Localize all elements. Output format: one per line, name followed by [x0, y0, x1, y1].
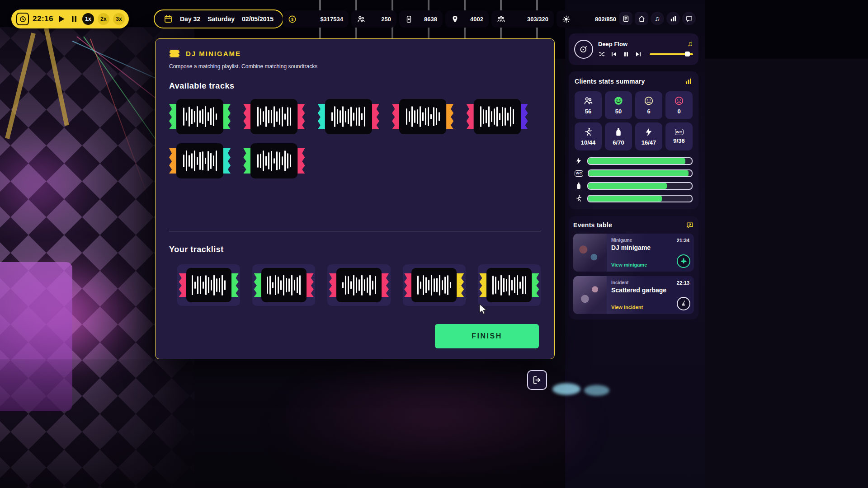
- runner-icon: [575, 194, 583, 202]
- event-row-minigame[interactable]: Minigame DJ minigame View minigame 21:34: [573, 234, 694, 272]
- track-tile[interactable]: [179, 268, 239, 302]
- money-stat[interactable]: $ $317534: [283, 10, 349, 28]
- energy-bar-row: [575, 157, 693, 165]
- guests-card[interactable]: 56: [575, 91, 602, 119]
- bottle-icon: [575, 182, 583, 190]
- activity-bar: [587, 195, 693, 202]
- track-tile[interactable]: [169, 99, 231, 134]
- track-tile[interactable]: [392, 99, 453, 134]
- event-category: Minigame: [611, 238, 674, 243]
- track-waveform: [399, 99, 446, 134]
- next-track-button[interactable]: [635, 51, 642, 58]
- stats-button[interactable]: [666, 12, 680, 25]
- track-tile[interactable]: [479, 268, 539, 302]
- track-connector-left: [254, 273, 261, 297]
- speed-1x-button[interactable]: 1x: [82, 13, 94, 25]
- events-table-panel: Events table Minigame DJ minigame View m…: [569, 216, 698, 319]
- build-button[interactable]: [635, 12, 648, 25]
- track-tile[interactable]: [318, 99, 379, 134]
- shuffle-button[interactable]: [598, 51, 605, 58]
- wc-card[interactable]: WC 9/36: [665, 122, 693, 150]
- checkins-stat[interactable]: 4002: [445, 10, 489, 28]
- happy-clients-card[interactable]: 50: [605, 91, 632, 119]
- drinks-count: 6/70: [613, 139, 624, 146]
- music-button[interactable]: ♫: [651, 12, 664, 25]
- finish-button[interactable]: FINISH: [435, 324, 539, 348]
- pause-button[interactable]: [70, 14, 79, 23]
- time-speed-panel: 22:16 1x 2x 3x: [11, 9, 129, 28]
- track-connector-left: [329, 273, 336, 297]
- energy-bar: [587, 157, 693, 165]
- track-progress-slider[interactable]: [650, 53, 693, 55]
- guests-stat[interactable]: 250: [351, 10, 396, 28]
- activity-card[interactable]: 10/44: [575, 122, 602, 150]
- lightning-icon: [644, 127, 654, 137]
- track-connector-right: [446, 104, 453, 129]
- stats-chart-icon[interactable]: [684, 77, 693, 85]
- light-pool: [584, 385, 609, 396]
- track-connector-left: [392, 104, 399, 129]
- puzzle-icon: [680, 258, 687, 265]
- energy-card[interactable]: 16/47: [635, 122, 662, 150]
- occupancy-stat[interactable]: 303/320: [491, 10, 554, 28]
- event-thumbnail: [573, 276, 607, 314]
- slider-thumb[interactable]: [685, 52, 690, 56]
- track-waveform: [336, 268, 382, 302]
- social-button[interactable]: [682, 12, 696, 25]
- tracklist-slot[interactable]: [403, 264, 466, 306]
- popularity-value: 8638: [424, 16, 437, 23]
- play-button[interactable]: [57, 14, 66, 23]
- pause-playback-button[interactable]: [623, 51, 630, 58]
- document-icon: [622, 15, 630, 23]
- tracklist-slot[interactable]: [478, 264, 541, 306]
- event-time: 22:13: [677, 280, 689, 286]
- neutral-clients-card[interactable]: 6: [635, 91, 662, 119]
- track-connector-right: [223, 104, 231, 129]
- previous-track-button[interactable]: [610, 51, 618, 58]
- view-incident-link[interactable]: View Incident: [611, 305, 674, 310]
- wc-bar-fill: [589, 170, 689, 176]
- track-connector-left: [479, 273, 486, 297]
- tracklist-slot[interactable]: [252, 264, 315, 306]
- track-tile[interactable]: [329, 268, 389, 302]
- track-connector-left: [169, 148, 176, 174]
- modal-header: DJ MINIGAME: [169, 50, 541, 57]
- incident-badge[interactable]: [677, 297, 690, 310]
- speed-2x-button[interactable]: 2x: [98, 13, 109, 25]
- tracklist-slot[interactable]: [177, 264, 240, 306]
- tracklist-slot[interactable]: [327, 264, 390, 306]
- track-tile[interactable]: [467, 99, 528, 134]
- track-tile[interactable]: [169, 143, 231, 178]
- power-stat[interactable]: 802/850: [557, 10, 622, 28]
- speed-3x-button[interactable]: 3x: [113, 13, 125, 25]
- minigame-badge[interactable]: [677, 254, 690, 268]
- resources-bar: $ $317534 250 8638 4002 303/320 802/850: [283, 10, 622, 28]
- bottle-icon: [613, 127, 623, 137]
- track-tile[interactable]: [404, 268, 464, 302]
- popularity-stat[interactable]: 8638: [399, 10, 443, 28]
- money-icon: $: [288, 15, 297, 23]
- track-connector-right: [231, 273, 239, 297]
- auto-dj-button[interactable]: [574, 40, 593, 59]
- clients-stats-title: Clients stats summary: [575, 78, 645, 85]
- event-row-incident[interactable]: Incident Scattered garbage View Incident…: [573, 276, 694, 314]
- neutral-face-icon: [644, 96, 654, 106]
- broom-icon: [680, 300, 687, 307]
- track-tile[interactable]: [243, 143, 305, 178]
- open-events-icon[interactable]: [686, 221, 694, 229]
- exit-view-button[interactable]: [527, 370, 547, 390]
- lightning-icon: [575, 157, 583, 165]
- guests-icon: [357, 15, 365, 23]
- view-minigame-link[interactable]: View minigame: [611, 262, 674, 267]
- track-tile[interactable]: [243, 99, 305, 134]
- sad-clients-card[interactable]: 0: [665, 91, 693, 119]
- event-time: 21:34: [677, 238, 689, 243]
- player-controls: [598, 51, 693, 58]
- drinks-bar-row: [575, 182, 693, 190]
- drinks-card[interactable]: 6/70: [605, 122, 632, 150]
- client-stat-cards: 56 50 6 0 10/44 6/70: [575, 91, 693, 150]
- tasks-button[interactable]: [619, 12, 632, 25]
- track-connector-left: [467, 104, 474, 129]
- track-connector-right: [457, 273, 464, 297]
- track-tile[interactable]: [254, 268, 314, 302]
